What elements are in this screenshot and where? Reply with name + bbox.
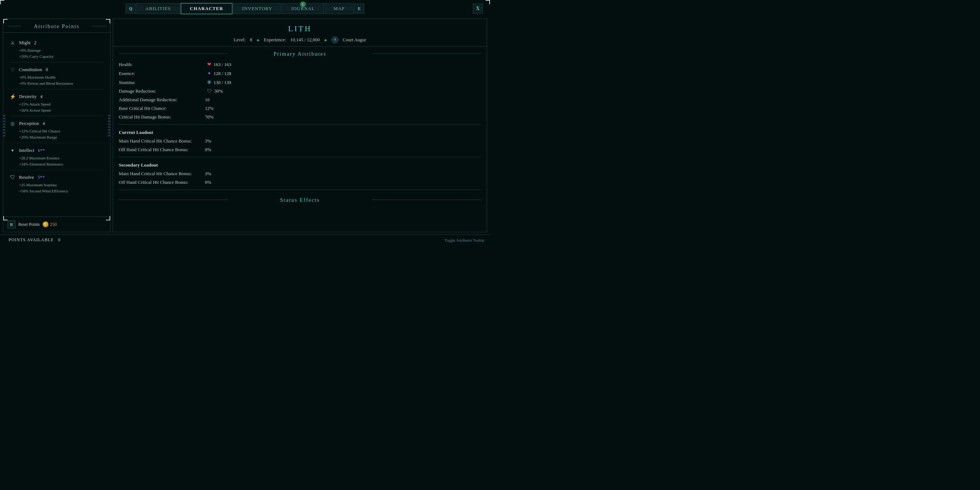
nav-key-q[interactable]: Q <box>126 3 136 14</box>
reset-key: R <box>8 220 16 228</box>
health-label: Health: <box>119 62 205 67</box>
exp-value: 10,145 / 12,000 <box>290 37 320 43</box>
coin-icon <box>43 221 48 227</box>
nav-tab-map[interactable]: MAP <box>325 3 353 14</box>
essence-value: 128 / 128 <box>213 71 231 76</box>
dexterity-icon: ⚡ <box>9 93 16 100</box>
intellect-bonus: +28.2 Maximum Essence +34% Elemental Res… <box>9 155 105 167</box>
essence-label: Essence: <box>119 71 205 76</box>
attr-intellect[interactable]: ✦ Intellect 6* +28.2 Maximum Essence +34… <box>9 143 105 170</box>
secondary-off-hand-value: 0% <box>205 180 211 185</box>
right-content: Primary Attributes Health: ❤ 163 / 163 E… <box>113 47 487 232</box>
intellect-value: 6* <box>38 148 45 153</box>
current-main-hand-value: 3% <box>205 138 211 144</box>
attr-might[interactable]: ⚔ Might 2 +6% Damage +20% Carry Capacity <box>9 35 105 62</box>
toggle-tooltip: Toggle Attributes Tooltip <box>444 238 484 242</box>
journal-notif: ! <box>300 2 306 7</box>
resolve-bonus: +25 Maximum Stamina +58% Second Wind Eff… <box>9 182 105 194</box>
points-available: POINTS AVAILABLE 0 <box>6 237 60 243</box>
right-panel: LITH Level: 8 ◆ Experience: 10,145 / 12,… <box>113 19 487 232</box>
class-icon: ⚗ <box>331 36 339 43</box>
stat-stamina: Stamina: ❋ 130 / 130 <box>119 78 481 87</box>
add-damage-reduction-label: Additional Damage Reduction: <box>119 97 205 103</box>
health-icon: ❤ <box>207 61 212 67</box>
intellect-icon: ✦ <box>9 147 16 154</box>
resolve-value: 5* <box>38 175 45 180</box>
add-damage-reduction-value: 16 <box>205 97 210 103</box>
stat-crit-damage: Critical Hit Damage Bonus: 70% <box>119 113 481 121</box>
left-side-marks <box>3 115 5 137</box>
essence-icon: ✦ <box>207 70 212 76</box>
constitution-icon: ♡ <box>9 66 16 73</box>
crit-damage-value: 70% <box>205 114 213 120</box>
nav-tab-inventory[interactable]: INVENTORY <box>233 3 282 14</box>
crit-damage-label: Critical Hit Damage Bonus: <box>119 114 205 120</box>
attr-perception[interactable]: ◎ Perception 4 +12% Critical Hit Chance … <box>9 116 105 143</box>
secondary-loadout-title: Secondary Loadout <box>119 160 481 169</box>
dexterity-bonus: +15% Attack Speed +26% Action Speed <box>9 101 105 113</box>
left-panel: Attribute Points ⚔ Might 2 +6% Damage +2… <box>3 19 111 232</box>
damage-reduction-label: Damage Reduction: <box>119 88 205 94</box>
crit-chance-value: 12% <box>205 105 213 111</box>
top-nav: Q ABILITIES CHARACTER INVENTORY ! JOURNA… <box>0 0 490 17</box>
status-effects-title: Status Effects <box>119 193 481 206</box>
exp-label: Experience: <box>264 37 286 43</box>
attr-resolve[interactable]: 🛡 Resolve 5* +25 Maximum Stamina +58% Se… <box>9 170 105 197</box>
resolve-icon: 🛡 <box>9 174 16 181</box>
nav-tab-abilities[interactable]: ABILITIES <box>137 3 180 14</box>
nav-key-e[interactable]: E <box>354 3 364 14</box>
divider-2 <box>119 157 481 157</box>
diamond-1: ◆ <box>257 38 259 42</box>
class-label: Court Augur <box>343 37 366 43</box>
intellect-name: Intellect <box>19 148 35 153</box>
nav-tab-character[interactable]: CHARACTER <box>181 3 232 14</box>
main-content: Attribute Points ⚔ Might 2 +6% Damage +2… <box>0 17 490 234</box>
secondary-main-hand-label: Main Hand Critical Hit Chance Bonus: <box>119 171 205 177</box>
secondary-main-hand-value: 3% <box>205 171 211 177</box>
health-value: 163 / 163 <box>213 62 231 67</box>
attr-constitution[interactable]: ♡ Constitution 0 +0% Maximum Health +0% … <box>9 62 105 89</box>
current-loadout-title: Current Loadout <box>119 127 481 137</box>
divider-1 <box>119 124 481 124</box>
secondary-off-hand: Off Hand Critical Hit Chance Bonus: 0% <box>119 178 481 187</box>
resolve-name: Resolve <box>19 175 34 180</box>
constitution-name: Constitution <box>19 67 42 73</box>
perception-name: Perception <box>19 121 39 126</box>
damage-reduction-icon: 🛡 <box>207 88 212 94</box>
crit-chance-label: Base Critical Hit Chance: <box>119 105 205 111</box>
stat-add-damage-reduction: Additional Damage Reduction: 16 <box>119 95 481 104</box>
reset-bar[interactable]: R Reset Points 250 <box>3 216 110 232</box>
dexterity-name: Dexterity <box>19 94 37 99</box>
might-icon: ⚔ <box>9 39 16 46</box>
char-header: LITH Level: 8 ◆ Experience: 10,145 / 12,… <box>113 19 487 47</box>
close-button[interactable]: X <box>473 3 483 14</box>
might-name: Might <box>19 40 30 46</box>
reset-cost: 250 <box>43 221 57 227</box>
stat-crit-chance: Base Critical Hit Chance: 12% <box>119 104 481 113</box>
diamond-2: ◆ <box>324 38 327 42</box>
right-side-marks <box>108 115 110 137</box>
constitution-value: 0 <box>46 67 48 73</box>
might-bonus: +6% Damage +20% Carry Capacity <box>9 48 105 59</box>
primary-attributes-title: Primary Attributes <box>119 47 481 60</box>
might-value: 2 <box>34 40 37 46</box>
attr-dexterity[interactable]: ⚡ Dexterity 4 +15% Attack Speed +26% Act… <box>9 89 105 116</box>
damage-reduction-value: 30% <box>214 88 223 94</box>
level-value: 8 <box>250 37 252 43</box>
current-main-hand-label: Main Hand Critical Hit Chance Bonus: <box>119 138 205 144</box>
stat-damage-reduction: Damage Reduction: 🛡 30% <box>119 87 481 95</box>
perception-bonus: +12% Critical Hit Chance +20% Maximum Ra… <box>9 128 105 140</box>
attributes-list: ⚔ Might 2 +6% Damage +20% Carry Capacity… <box>3 33 110 216</box>
perception-icon: ◎ <box>9 120 16 127</box>
char-info: Level: 8 ◆ Experience: 10,145 / 12,000 ◆… <box>113 36 487 43</box>
nav-tab-journal[interactable]: ! JOURNAL <box>282 3 324 14</box>
dexterity-value: 4 <box>40 94 43 99</box>
stamina-label: Stamina: <box>119 80 205 86</box>
perception-value: 4 <box>43 121 45 126</box>
char-name: LITH <box>113 24 487 33</box>
stat-health: Health: ❤ 163 / 163 <box>119 60 481 69</box>
current-main-hand: Main Hand Critical Hit Chance Bonus: 3% <box>119 137 481 145</box>
constitution-bonus: +0% Maximum Health +0% Poison and Bleed … <box>9 74 105 86</box>
stamina-icon: ❋ <box>207 80 212 86</box>
secondary-off-hand-label: Off Hand Critical Hit Chance Bonus: <box>119 180 205 185</box>
